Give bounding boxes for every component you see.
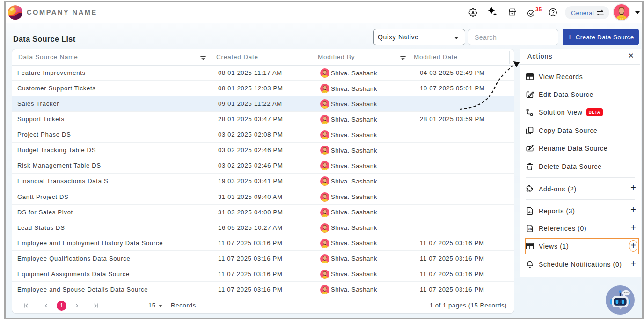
- svg-text:REF: REF: [528, 228, 532, 230]
